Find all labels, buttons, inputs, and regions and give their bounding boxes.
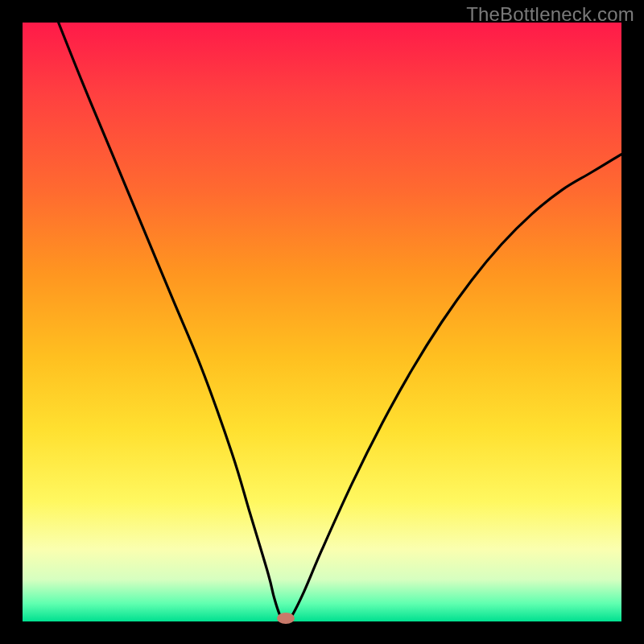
watermark-text: TheBottleneck.com (466, 3, 634, 26)
optimal-point-marker (277, 613, 295, 624)
bottleneck-curve (23, 23, 621, 621)
plot-area (23, 23, 621, 621)
chart-frame: TheBottleneck.com (0, 0, 644, 644)
